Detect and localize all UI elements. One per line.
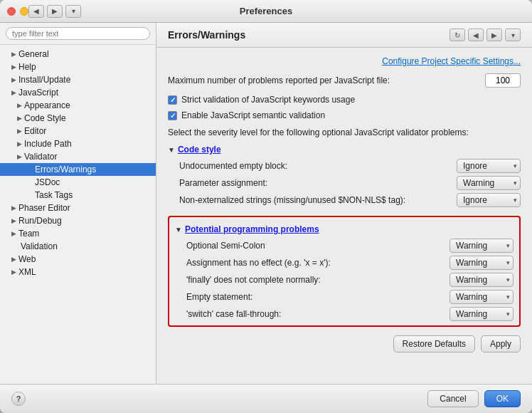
content-panel: Errors/Warnings ↻ ◀ ▶ ▾ Configure Projec…	[156, 23, 532, 384]
option-select-wrap: IgnoreWarningError▾	[457, 193, 521, 207]
tree-arrow: ▶	[17, 115, 22, 122]
semantic-validation-checkbox[interactable]	[168, 111, 177, 120]
option-select[interactable]: IgnoreWarningError	[449, 256, 514, 270]
cancel-button[interactable]: Cancel	[427, 390, 478, 407]
tree-arrow: ▶	[11, 230, 16, 237]
nav-back-button[interactable]: ◀	[468, 28, 484, 41]
sidebar-item-editor[interactable]: ▶Editor	[0, 125, 156, 137]
option-row: Undocumented empty block:IgnoreWarningEr…	[179, 159, 521, 173]
titlebar-toolbar: ◀ ▶ ▾	[28, 5, 81, 18]
sidebar-item-help[interactable]: ▶Help	[0, 61, 156, 73]
sidebar-item-validator[interactable]: ▶Validator	[0, 150, 156, 163]
sidebar-item-label: Task Tags	[35, 190, 73, 200]
dropdown-button[interactable]: ▾	[65, 5, 81, 18]
option-row: 'finally' does not complete normally:Ign…	[186, 273, 514, 287]
forward-button[interactable]: ▶	[47, 5, 63, 18]
sidebar-item-code-style[interactable]: ▶Code Style	[0, 112, 156, 125]
tree-arrow: ▶	[11, 268, 16, 276]
sidebar-item-label: Team	[18, 229, 39, 239]
option-select[interactable]: IgnoreWarningError	[457, 159, 521, 173]
restore-defaults-button[interactable]: Restore Defaults	[393, 335, 475, 352]
option-select[interactable]: IgnoreWarningError	[449, 273, 514, 287]
option-row: Parameter assignment:IgnoreWarningError▾	[179, 176, 521, 190]
sidebar-item-label: Appearance	[24, 100, 70, 110]
option-select-wrap: IgnoreWarningError▾	[449, 307, 514, 321]
apply-button[interactable]: Apply	[481, 335, 521, 352]
preferences-window: ◀ ▶ ▾ Preferences ▶General▶Help▶Install/…	[0, 0, 532, 413]
sidebar-item-jsdoc[interactable]: JSDoc	[0, 176, 156, 189]
sidebar-item-include-path[interactable]: ▶Include Path	[0, 137, 156, 150]
sidebar-item-javascript[interactable]: ▶JavaScript	[0, 86, 156, 99]
sidebar-item-phaser-editor[interactable]: ▶Phaser Editor	[0, 202, 156, 214]
tree-arrow: ▶	[17, 127, 22, 135]
option-select[interactable]: IgnoreWarningError	[457, 193, 521, 207]
nav-forward-button[interactable]: ▶	[486, 28, 502, 41]
minimize-button[interactable]	[20, 7, 28, 16]
tree: ▶General▶Help▶Install/Update▶JavaScript▶…	[0, 45, 156, 281]
menu-button[interactable]: ▾	[505, 28, 521, 41]
sidebar-item-xml[interactable]: ▶XML	[0, 266, 156, 278]
potential-problems-arrow: ▼	[175, 226, 182, 234]
sidebar-item-label: Errors/Warnings	[35, 164, 96, 174]
sidebar-item-label: Help	[18, 62, 36, 72]
option-select[interactable]: IgnoreWarningError	[457, 176, 521, 190]
footer-right: Cancel OK	[427, 390, 521, 407]
close-button[interactable]	[7, 7, 16, 16]
sidebar-item-errors-warnings[interactable]: Errors/Warnings	[0, 163, 156, 176]
tree-arrow: ▶	[11, 217, 16, 224]
sidebar-item-appearance[interactable]: ▶Appearance	[0, 99, 156, 112]
semantic-validation-label: Enable JavaScript semantic validation	[181, 110, 325, 120]
sidebar-item-label: Install/Update	[18, 75, 70, 85]
ok-button[interactable]: OK	[484, 390, 521, 407]
sidebar-item-label: Editor	[24, 126, 46, 136]
tree-arrow: ▶	[17, 102, 22, 109]
code-style-title[interactable]: Code style	[178, 145, 221, 155]
potential-problems-title[interactable]: Potential programming problems	[185, 224, 319, 234]
option-row: Empty statement:IgnoreWarningError▾	[186, 290, 514, 304]
help-button[interactable]: ?	[11, 392, 26, 406]
content-header: Errors/Warnings ↻ ◀ ▶ ▾	[156, 23, 532, 48]
tree-arrow: ▶	[11, 89, 16, 96]
sidebar-item-team[interactable]: ▶Team	[0, 227, 156, 240]
sidebar-item-label: Validator	[24, 152, 57, 162]
option-select-wrap: IgnoreWarningError▾	[449, 290, 514, 304]
sidebar-item-run-debug[interactable]: ▶Run/Debug	[0, 214, 156, 227]
strict-validation-checkbox[interactable]	[168, 95, 177, 105]
sidebar-item-validation[interactable]: Validation	[0, 240, 156, 253]
code-style-header: ▼ Code style	[168, 145, 521, 155]
max-problems-label: Maximum number of problems reported per …	[168, 75, 485, 85]
header-actions: ↻ ◀ ▶ ▾	[449, 28, 521, 41]
sync-button[interactable]: ↻	[449, 28, 465, 41]
option-select-wrap: IgnoreWarningError▾	[457, 176, 521, 190]
max-problems-input[interactable]	[485, 73, 521, 88]
sidebar-item-label: Web	[18, 254, 36, 264]
option-label: Assignment has no effect (e.g. 'x = x'):	[186, 258, 449, 268]
sidebar-item-install-update[interactable]: ▶Install/Update	[0, 73, 156, 86]
sidebar-item-label: JavaScript	[18, 88, 58, 98]
option-select-wrap: IgnoreWarningError▾	[449, 256, 514, 270]
option-select[interactable]: IgnoreWarningError	[449, 290, 514, 304]
main-layout: ▶General▶Help▶Install/Update▶JavaScript▶…	[0, 23, 532, 384]
strict-validation-label: Strict validation of JavaScript keywords…	[181, 95, 355, 105]
code-style-options: Undocumented empty block:IgnoreWarningEr…	[179, 159, 521, 207]
option-label: Undocumented empty block:	[179, 161, 457, 171]
sidebar-item-task-tags[interactable]: Task Tags	[0, 189, 156, 202]
sidebar-item-general[interactable]: ▶General	[0, 48, 156, 61]
option-select[interactable]: IgnoreWarningError	[449, 307, 514, 321]
filter-input[interactable]	[6, 27, 150, 40]
max-problems-row: Maximum number of problems reported per …	[168, 73, 521, 88]
configure-link[interactable]: Configure Project Specific Settings...	[168, 56, 521, 66]
option-label: 'switch' case fall-through:	[186, 309, 449, 319]
option-select[interactable]: IgnoreWarningError	[449, 239, 514, 253]
sidebar-item-web[interactable]: ▶Web	[0, 253, 156, 266]
option-row: 'switch' case fall-through:IgnoreWarning…	[186, 307, 514, 321]
option-label: Parameter assignment:	[179, 178, 457, 188]
sidebar-item-label: Code Style	[24, 113, 66, 123]
option-label: Empty statement:	[186, 292, 449, 302]
back-button[interactable]: ◀	[28, 5, 44, 18]
window-title: Preferences	[240, 6, 292, 16]
code-style-arrow: ▼	[168, 146, 175, 154]
tree-arrow: ▶	[11, 256, 16, 263]
strict-validation-row: Strict validation of JavaScript keywords…	[168, 95, 521, 105]
option-row: Assignment has no effect (e.g. 'x = x'):…	[186, 256, 514, 270]
